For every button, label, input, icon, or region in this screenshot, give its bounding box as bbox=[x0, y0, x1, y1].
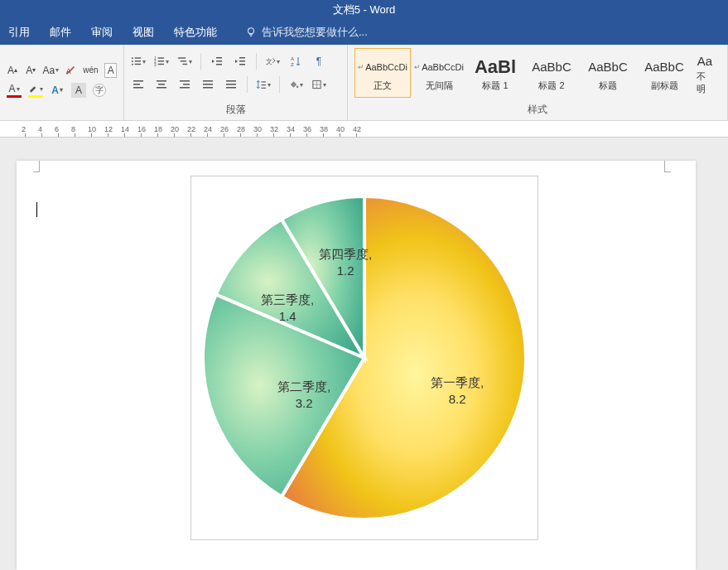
pie-label-2: 第二季度,3.2 bbox=[277, 379, 330, 411]
font-color-button[interactable]: A▾ bbox=[7, 83, 22, 98]
grow-font-button[interactable]: A▴ bbox=[7, 63, 18, 78]
align-right-button[interactable] bbox=[177, 77, 192, 92]
phonetic-guide-button[interactable]: wén bbox=[83, 63, 98, 78]
text-direction-icon: 文 bbox=[265, 56, 276, 67]
character-border-button[interactable]: A bbox=[104, 63, 117, 78]
style-more[interactable]: Aa 不明 bbox=[692, 48, 717, 98]
svg-rect-42 bbox=[262, 85, 267, 85]
svg-point-44 bbox=[297, 85, 299, 88]
svg-text:A: A bbox=[291, 56, 294, 61]
align-center-icon bbox=[156, 79, 167, 90]
svg-rect-21 bbox=[239, 60, 245, 62]
document-area[interactable]: 第一季度,8.2第二季度,3.2第三季度,1.4第四季度,1.2 bbox=[0, 138, 728, 570]
sort-button[interactable]: AZ bbox=[288, 54, 303, 69]
change-case-button[interactable]: Aa▾ bbox=[43, 63, 58, 78]
show-marks-button[interactable]: ¶ bbox=[311, 54, 326, 69]
style-sample: AaBbCcDi bbox=[414, 55, 464, 80]
style-title[interactable]: AaBbC 标题 bbox=[580, 48, 636, 98]
align-distributed-icon bbox=[225, 79, 237, 90]
numbering-icon: 123 bbox=[154, 56, 165, 67]
style-no-spacing[interactable]: AaBbCcDi 无间隔 bbox=[411, 48, 467, 98]
svg-rect-7 bbox=[135, 64, 141, 65]
pie-chart-object[interactable]: 第一季度,8.2第二季度,3.2第三季度,1.4第四季度,1.2 bbox=[190, 176, 538, 540]
separator bbox=[256, 53, 257, 70]
align-left-icon bbox=[133, 79, 144, 90]
menu-review[interactable]: 审阅 bbox=[91, 25, 113, 40]
style-name: 标题 1 bbox=[482, 80, 508, 92]
svg-rect-30 bbox=[158, 84, 165, 85]
bullets-icon bbox=[131, 56, 142, 67]
style-name: 副标题 bbox=[651, 80, 678, 92]
svg-rect-35 bbox=[203, 80, 213, 82]
style-subtitle[interactable]: AaBbC 副标题 bbox=[636, 48, 692, 98]
shading-button[interactable]: ▾ bbox=[288, 77, 303, 92]
style-name: 不明 bbox=[697, 70, 713, 95]
multilevel-list-button[interactable]: ▾ bbox=[177, 54, 192, 69]
text-cursor bbox=[36, 202, 37, 217]
align-justify-button[interactable] bbox=[200, 77, 215, 92]
decrease-indent-button[interactable] bbox=[210, 54, 224, 69]
svg-rect-28 bbox=[133, 87, 143, 89]
svg-point-6 bbox=[132, 64, 133, 65]
svg-rect-33 bbox=[183, 84, 190, 85]
highlight-color-button[interactable]: ▾ bbox=[28, 83, 43, 98]
line-spacing-button[interactable]: ▾ bbox=[256, 77, 271, 92]
outdent-icon bbox=[211, 56, 223, 67]
svg-rect-17 bbox=[216, 57, 222, 59]
svg-rect-26 bbox=[133, 80, 143, 82]
separator bbox=[279, 76, 280, 93]
svg-point-4 bbox=[132, 60, 133, 62]
page[interactable]: 第一季度,8.2第二季度,3.2第三季度,1.4第四季度,1.2 bbox=[17, 161, 696, 570]
svg-rect-36 bbox=[203, 84, 213, 85]
menu-special[interactable]: 特色功能 bbox=[174, 25, 217, 40]
bullets-button[interactable]: ▾ bbox=[131, 54, 146, 69]
multilevel-icon bbox=[177, 56, 188, 67]
bulb-icon bbox=[245, 27, 257, 38]
styles-gallery[interactable]: AaBbCcDi 正文 AaBbCcDi 无间隔 AaBl 标题 1 AaBbC… bbox=[354, 48, 717, 98]
pie-label-4: 第四季度,1.2 bbox=[319, 246, 372, 278]
svg-rect-20 bbox=[239, 57, 245, 59]
ribbon-group-font: A▴ A▾ Aa▾ A wén A A▾ ▾ A▾ A 字 bbox=[0, 45, 124, 120]
menu-view[interactable]: 视图 bbox=[133, 25, 154, 40]
svg-rect-29 bbox=[157, 80, 166, 82]
character-shading-button[interactable]: A bbox=[71, 83, 86, 98]
numbering-button[interactable]: 123▾ bbox=[154, 54, 169, 69]
style-normal[interactable]: AaBbCcDi 正文 bbox=[354, 48, 411, 98]
clear-formatting-button[interactable]: A bbox=[65, 63, 76, 78]
style-name: 标题 bbox=[599, 80, 617, 92]
svg-rect-41 bbox=[262, 81, 267, 82]
svg-rect-37 bbox=[203, 87, 213, 89]
svg-point-2 bbox=[132, 57, 133, 59]
window-title: 文档5 - Word bbox=[333, 2, 396, 17]
ribbon: A▴ A▾ Aa▾ A wén A A▾ ▾ A▾ A 字 bbox=[0, 45, 728, 121]
enclose-characters-button[interactable]: 字 bbox=[93, 84, 106, 97]
title-bar: 文档5 - Word bbox=[0, 0, 728, 20]
svg-rect-19 bbox=[216, 64, 222, 65]
svg-text:3: 3 bbox=[154, 63, 157, 67]
borders-button[interactable]: ▾ bbox=[311, 77, 326, 92]
menu-mailings[interactable]: 邮件 bbox=[50, 25, 71, 40]
align-distributed-button[interactable] bbox=[224, 77, 239, 92]
style-name: 标题 2 bbox=[538, 80, 564, 92]
style-name: 正文 bbox=[374, 80, 392, 92]
shrink-font-button[interactable]: A▾ bbox=[25, 63, 36, 78]
separator bbox=[200, 53, 201, 70]
svg-rect-22 bbox=[239, 64, 245, 65]
text-direction-button[interactable]: 文▾ bbox=[265, 54, 280, 69]
horizontal-ruler[interactable]: 24681012141618202224262830323436384042 bbox=[0, 121, 728, 138]
svg-rect-11 bbox=[158, 60, 164, 61]
svg-text:Z: Z bbox=[291, 62, 294, 67]
style-heading1[interactable]: AaBl 标题 1 bbox=[467, 48, 523, 98]
increase-indent-button[interactable] bbox=[233, 54, 248, 69]
svg-rect-14 bbox=[178, 57, 186, 58]
tell-me-search[interactable]: 告诉我您想要做什么... bbox=[245, 25, 368, 40]
svg-rect-18 bbox=[216, 60, 222, 62]
align-center-button[interactable] bbox=[154, 77, 169, 92]
text-effects-button[interactable]: A▾ bbox=[50, 83, 65, 98]
style-name: 无间隔 bbox=[426, 80, 453, 92]
style-heading2[interactable]: AaBbC 标题 2 bbox=[523, 48, 580, 98]
align-left-button[interactable] bbox=[131, 77, 146, 92]
svg-rect-27 bbox=[133, 84, 140, 85]
menu-references[interactable]: 引用 bbox=[8, 25, 30, 40]
svg-rect-15 bbox=[181, 60, 186, 61]
